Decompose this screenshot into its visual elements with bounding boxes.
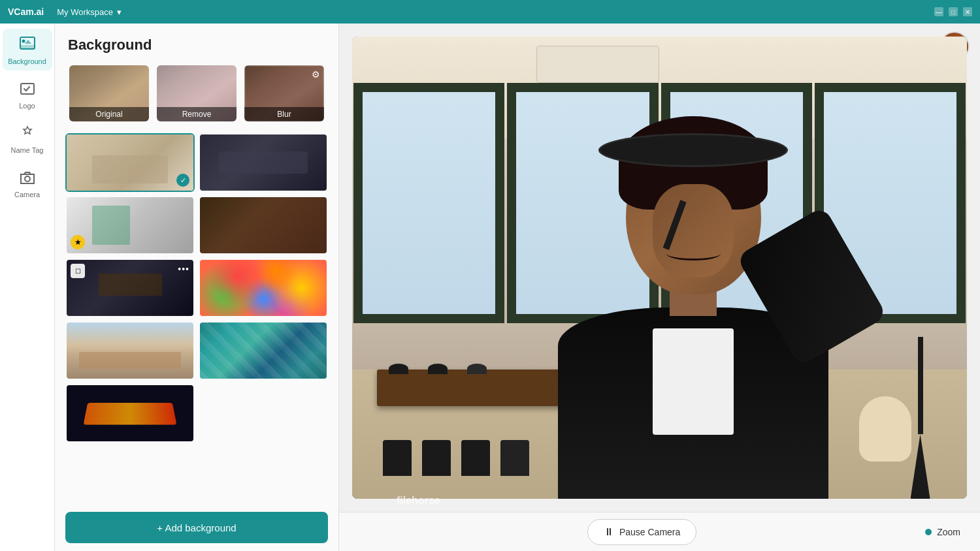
window-controls: — □ ✕ — [934, 7, 972, 16]
headset-band — [598, 133, 788, 167]
thumbnail-grid: ✓ ★ — [55, 133, 338, 504]
selected-checkmark: ✓ — [176, 174, 189, 187]
preset-blur[interactable]: ⚙ Blur — [243, 64, 325, 123]
svg-rect-1 — [20, 45, 35, 49]
main-content: 👤 — [339, 24, 980, 551]
preset-original-label: Original — [69, 107, 149, 121]
camera-scene — [352, 37, 967, 499]
sidebar-label-camera: Camera — [14, 191, 40, 198]
checkbox-badge: ☐ — [71, 264, 85, 278]
close-button[interactable]: ✕ — [963, 7, 972, 16]
svg-point-4 — [25, 176, 30, 181]
app-logo: VCam.ai — [8, 7, 44, 17]
sidebar-item-nametag[interactable]: Name Tag — [3, 118, 52, 159]
sidebar-label-background: Background — [8, 57, 46, 65]
sidebar-label-nametag: Name Tag — [11, 146, 44, 154]
chairs-row — [383, 440, 529, 476]
camera-view — [352, 37, 967, 499]
pause-camera-label: Pause Camera — [619, 527, 680, 537]
sidebar-item-background[interactable]: Background — [3, 29, 52, 71]
background-panel: Background Original Remove ⚙ Blur — [55, 24, 339, 551]
camera-icon — [18, 168, 37, 187]
maximize-button[interactable]: □ — [949, 7, 958, 16]
thumb-office-dark[interactable] — [199, 133, 328, 192]
sidebar-item-logo[interactable]: Logo — [3, 73, 52, 115]
chair-3 — [461, 440, 490, 476]
more-options-dots[interactable]: ••• — [178, 264, 189, 274]
background-icon — [18, 35, 37, 54]
pause-icon: ⏸ — [604, 526, 614, 538]
svg-point-2 — [22, 40, 25, 43]
logo-icon — [18, 80, 37, 98]
sofa-chair — [859, 396, 911, 462]
app-body: Background Logo Name Tag — [0, 24, 980, 551]
table-objects — [389, 364, 487, 374]
sidebar-label-logo: Logo — [19, 102, 35, 110]
preset-blur-label: Blur — [244, 107, 324, 121]
preset-remove-label: Remove — [157, 107, 237, 121]
minimize-button[interactable]: — — [934, 7, 943, 16]
panel-title: Background — [55, 24, 338, 64]
thumb-office-bright[interactable]: ✓ — [65, 133, 195, 192]
gear-icon: ⚙ — [312, 69, 320, 80]
thumb-modern-gray[interactable]: ★ — [65, 196, 195, 255]
camera-area — [339, 24, 980, 512]
zoom-dot-indicator — [925, 529, 932, 535]
sidebar: Background Logo Name Tag — [0, 24, 55, 551]
nametag-icon — [18, 124, 37, 142]
pause-camera-button[interactable]: ⏸ Pause Camera — [587, 519, 696, 545]
preset-remove[interactable]: Remove — [155, 64, 238, 123]
thumb-colorful-balls[interactable] — [199, 259, 328, 317]
chair-1 — [383, 440, 412, 476]
window-1 — [353, 83, 504, 323]
person-container — [524, 74, 862, 499]
speaker-3 — [467, 364, 487, 374]
add-background-button[interactable]: + Add background — [65, 512, 328, 543]
speaker-2 — [428, 364, 448, 374]
thumb-teal-marble[interactable] — [199, 321, 328, 380]
bottom-controls: ⏸ Pause Camera Zoom — [339, 512, 980, 551]
workspace-selector[interactable]: My Workspace ▾ — [57, 7, 122, 17]
chair-2 — [422, 440, 451, 476]
speaker-1 — [389, 364, 408, 374]
title-bar: VCam.ai My Workspace ▾ — □ ✕ — [0, 0, 980, 24]
thumb-laptop-glow[interactable] — [65, 384, 195, 443]
thumb-living-room[interactable] — [65, 321, 195, 380]
thumb-dark-room[interactable]: ☐ ••• — [65, 259, 195, 317]
camera-stand — [911, 337, 930, 499]
zoom-label: Zoom — [937, 527, 960, 537]
sidebar-item-camera[interactable]: Camera — [3, 162, 52, 204]
thumb-office-warm[interactable] — [199, 196, 328, 255]
preset-options-row: Original Remove ⚙ Blur — [55, 64, 338, 133]
premium-badge: ★ — [71, 235, 85, 249]
zoom-control[interactable]: Zoom — [925, 527, 960, 537]
person-shirt — [653, 328, 734, 435]
preset-original[interactable]: Original — [68, 64, 150, 123]
